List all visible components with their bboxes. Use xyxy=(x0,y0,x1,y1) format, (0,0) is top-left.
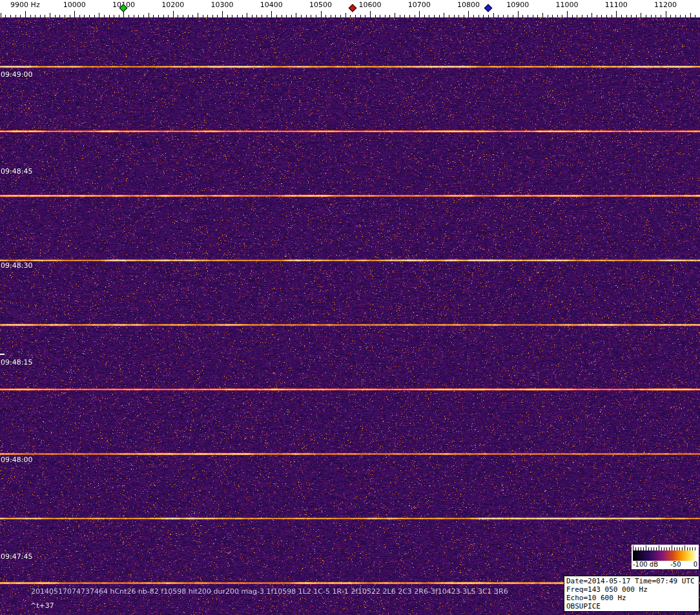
freq-label: 10300 xyxy=(211,1,234,9)
colorbar-gradient xyxy=(633,550,697,561)
colorbar-label-mid: -50 xyxy=(670,561,681,569)
freq-label: 10600 xyxy=(358,1,381,9)
time-label: 09:49:00 xyxy=(1,70,32,79)
freq-label: 10800 xyxy=(457,1,480,9)
freq-label: 11200 xyxy=(654,1,677,9)
spectrogram-area[interactable]: 09:49:0009:48:4509:48:3009:48:1509:48:00… xyxy=(0,17,700,615)
detection-readout: 20140517074737464 hCnt26 nb-82 f10598 hi… xyxy=(31,587,508,596)
observation-info-box: Date=2014-05-17 Time=07:49 UTC Freq=143 … xyxy=(564,576,699,612)
freq-label: 10200 xyxy=(161,1,184,9)
info-station: OBSUPICE xyxy=(566,602,697,610)
time-cursor-tick xyxy=(0,354,5,355)
colorbar-label-max: 0 xyxy=(694,561,697,569)
freq-label: 11100 xyxy=(605,1,628,9)
cursor-note: ^t+37 xyxy=(30,601,54,610)
time-label: 09:48:00 xyxy=(1,456,32,464)
frequency-ruler[interactable]: 9900 Hz100001010010200103001040010500106… xyxy=(0,0,700,17)
time-label: 09:48:15 xyxy=(1,358,32,367)
time-label: 09:48:45 xyxy=(1,167,32,176)
freq-label: 10900 xyxy=(506,1,529,9)
freq-label: 10000 xyxy=(63,1,86,9)
freq-label: 10700 xyxy=(408,1,431,9)
freq-label: 11000 xyxy=(556,1,579,9)
colorbar-labels: -100 dB -50 0 xyxy=(633,561,697,569)
time-label: 09:47:45 xyxy=(1,552,32,561)
colorbar-label-min: -100 dB xyxy=(633,561,658,569)
info-date-time: Date=2014-05-17 Time=07:49 UTC xyxy=(566,577,697,585)
info-echo: Echo=10 600 Hz xyxy=(566,594,697,602)
colorbar: -100 dB -50 0 xyxy=(632,545,699,569)
spectrogram-app-window: 9900 Hz100001010010200103001040010500106… xyxy=(0,0,700,615)
freq-label: 9900 Hz xyxy=(10,1,40,9)
info-frequency: Freq=143 050 000 Hz xyxy=(566,585,697,594)
freq-label: 10400 xyxy=(260,1,283,9)
freq-label: 10500 xyxy=(309,1,332,9)
spectrogram-canvas[interactable] xyxy=(0,17,700,615)
time-label: 09:48:30 xyxy=(1,261,32,270)
colorbar-ruler-ticks xyxy=(633,545,697,550)
